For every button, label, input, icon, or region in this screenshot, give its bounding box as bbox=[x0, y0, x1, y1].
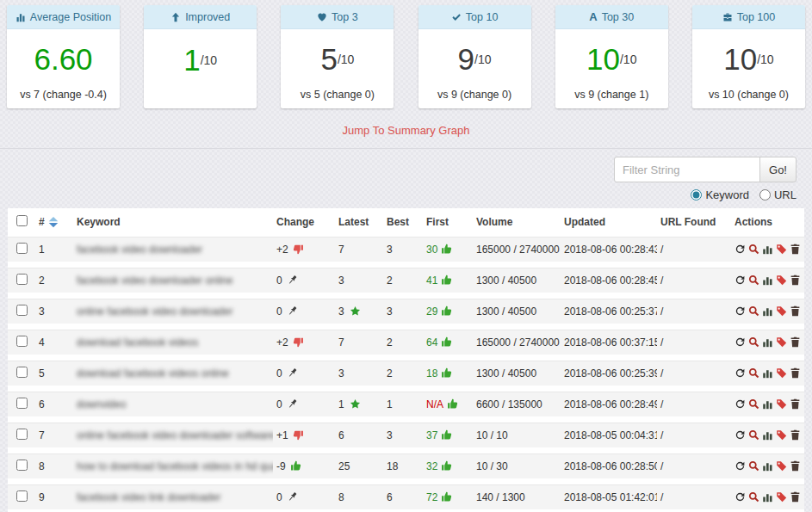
table-row: 4 download facebook videos +2 7 2 64 165… bbox=[8, 330, 804, 361]
keyword-radio-label[interactable]: Keyword bbox=[691, 188, 749, 201]
row-checkbox[interactable] bbox=[16, 305, 28, 316]
tag-icon[interactable] bbox=[776, 398, 787, 410]
card-improved-header: Improved bbox=[144, 5, 257, 29]
best-value: 3 bbox=[383, 423, 423, 453]
best-value: 3 bbox=[383, 299, 423, 330]
trash-icon[interactable] bbox=[790, 460, 801, 472]
row-checkbox[interactable] bbox=[16, 243, 28, 254]
url-radio[interactable] bbox=[759, 189, 771, 200]
row-checkbox[interactable] bbox=[16, 367, 28, 378]
tag-icon[interactable] bbox=[776, 244, 787, 255]
url-found-value: / bbox=[657, 268, 731, 299]
refresh-icon[interactable] bbox=[735, 491, 746, 503]
url-found-value: / bbox=[657, 453, 731, 484]
row-checkbox[interactable] bbox=[16, 490, 28, 502]
tag-icon[interactable] bbox=[776, 460, 787, 472]
first-cell: 37 bbox=[423, 423, 473, 453]
heart-icon bbox=[317, 12, 327, 22]
sort-icon[interactable] bbox=[47, 216, 59, 228]
chart-icon[interactable] bbox=[762, 305, 773, 317]
trash-icon[interactable] bbox=[790, 491, 801, 503]
row-checkbox[interactable] bbox=[16, 398, 28, 409]
summary-link-row: Jump To Summary Graph bbox=[0, 122, 812, 138]
tag-icon[interactable] bbox=[776, 491, 787, 503]
chart-icon[interactable] bbox=[762, 244, 773, 255]
search-icon[interactable] bbox=[748, 275, 759, 286]
card-value-wrap: 9 /10 bbox=[418, 29, 531, 89]
refresh-icon[interactable] bbox=[735, 429, 746, 441]
trash-icon[interactable] bbox=[790, 305, 801, 317]
updated-timestamp: 2018-08-06 00:28:49 bbox=[561, 392, 657, 423]
card-value-wrap: 10 /10 bbox=[555, 29, 668, 89]
chart-icon[interactable] bbox=[762, 336, 773, 348]
star-icon bbox=[350, 398, 361, 410]
row-actions bbox=[731, 484, 804, 512]
tag-icon[interactable] bbox=[776, 275, 787, 286]
latest-cell: 3 bbox=[335, 299, 383, 330]
card-value-wrap: 5 /10 bbox=[281, 29, 394, 89]
filter-string-input[interactable] bbox=[614, 157, 760, 182]
search-icon[interactable] bbox=[748, 429, 759, 441]
row-checkbox[interactable] bbox=[16, 274, 28, 285]
row-checkbox[interactable] bbox=[16, 429, 28, 440]
card-value-wrap: 1 /10 bbox=[144, 29, 257, 90]
change-value: 0 bbox=[276, 398, 282, 410]
go-button[interactable]: Go! bbox=[759, 157, 797, 182]
trash-icon[interactable] bbox=[790, 398, 801, 410]
select-all-checkbox[interactable] bbox=[16, 215, 28, 226]
volume-value: 140 / 1300 bbox=[473, 484, 561, 512]
chart-icon[interactable] bbox=[762, 367, 773, 379]
trash-icon[interactable] bbox=[790, 275, 801, 286]
trash-icon[interactable] bbox=[790, 367, 801, 379]
refresh-icon[interactable] bbox=[735, 367, 746, 379]
search-icon[interactable] bbox=[748, 336, 759, 348]
change-value: 0 bbox=[276, 367, 282, 379]
header-number-label: # bbox=[39, 216, 45, 228]
search-icon[interactable] bbox=[748, 367, 759, 379]
thumb-up-icon bbox=[447, 398, 458, 410]
tag-icon[interactable] bbox=[776, 305, 787, 317]
search-icon[interactable] bbox=[748, 398, 759, 410]
url-radio-label[interactable]: URL bbox=[759, 188, 797, 201]
updated-timestamp: 2018-08-06 00:28:43 bbox=[561, 237, 657, 268]
search-icon[interactable] bbox=[748, 244, 759, 255]
row-checkbox[interactable] bbox=[16, 336, 28, 347]
tag-icon[interactable] bbox=[776, 336, 787, 348]
chart-icon[interactable] bbox=[762, 491, 773, 503]
volume-value: 1300 / 40500 bbox=[473, 361, 561, 392]
search-icon[interactable] bbox=[748, 305, 759, 317]
refresh-icon[interactable] bbox=[735, 305, 746, 317]
tag-icon[interactable] bbox=[776, 367, 787, 379]
trash-icon[interactable] bbox=[790, 429, 801, 441]
row-actions bbox=[731, 453, 804, 484]
volume-value: 165000 / 2740000 bbox=[473, 237, 561, 268]
chart-icon[interactable] bbox=[762, 398, 773, 410]
chart-icon[interactable] bbox=[762, 429, 773, 441]
refresh-icon[interactable] bbox=[735, 275, 746, 286]
chart-icon[interactable] bbox=[762, 460, 773, 472]
search-icon[interactable] bbox=[748, 460, 759, 472]
card-title: Average Position bbox=[30, 11, 111, 23]
keyword-radio[interactable] bbox=[691, 189, 702, 200]
trash-icon[interactable] bbox=[790, 244, 801, 255]
volume-value: 10 / 10 bbox=[473, 423, 561, 453]
latest-cell: 3 bbox=[335, 268, 383, 299]
trash-icon[interactable] bbox=[790, 336, 801, 348]
updated-timestamp: 2018-08-06 00:25:39 bbox=[561, 361, 657, 392]
tag-icon[interactable] bbox=[776, 429, 787, 441]
change-value: -9 bbox=[276, 460, 286, 472]
keyword-text: download facebook videos bbox=[77, 336, 198, 349]
chart-icon[interactable] bbox=[762, 275, 773, 286]
search-icon[interactable] bbox=[748, 491, 759, 503]
refresh-icon[interactable] bbox=[735, 460, 746, 472]
pin-icon bbox=[287, 367, 298, 379]
refresh-icon[interactable] bbox=[735, 398, 746, 410]
refresh-icon[interactable] bbox=[735, 244, 746, 255]
refresh-icon[interactable] bbox=[735, 336, 746, 348]
jump-to-summary-graph-link[interactable]: Jump To Summary Graph bbox=[343, 124, 470, 137]
row-checkbox[interactable] bbox=[16, 460, 28, 471]
card-top-10-header: Top 10 bbox=[418, 5, 531, 29]
first-value: 18 bbox=[426, 367, 437, 379]
keyword-text: online facebook video downloader softwar… bbox=[77, 429, 273, 441]
thumb-up-icon bbox=[441, 429, 452, 441]
